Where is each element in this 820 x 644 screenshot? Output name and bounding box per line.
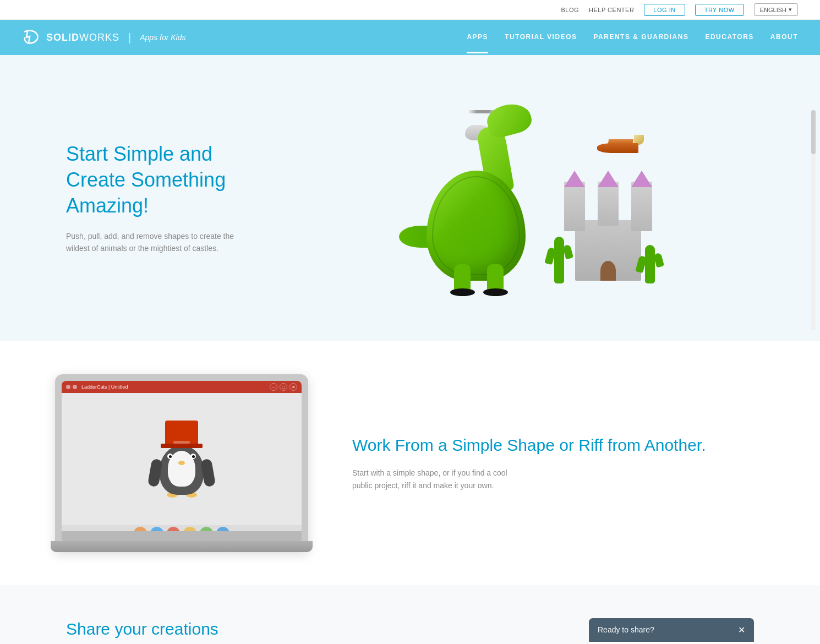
penguin-illustration bbox=[151, 421, 212, 498]
laptop-titlebar: LadderCats | Untitled – □ ✕ bbox=[62, 381, 302, 393]
dino-foot-front bbox=[450, 288, 475, 296]
laptop-device: LadderCats | Untitled – □ ✕ bbox=[55, 374, 308, 552]
section2: LadderCats | Untitled – □ ✕ bbox=[0, 341, 820, 585]
penguin-wing-left bbox=[147, 459, 163, 488]
nav-link-tutorial[interactable]: TUTORIAL VIDEOS bbox=[505, 22, 577, 53]
dinosaur-illustration bbox=[416, 127, 548, 281]
trynow-button[interactable]: TRY NOW bbox=[695, 4, 744, 16]
cactus-1 bbox=[645, 245, 655, 283]
section3-title: Share your creations bbox=[66, 618, 242, 640]
logo: SOLIDWORKS | Apps for Kids bbox=[22, 28, 186, 47]
section3: Share your creations Ready to share? ✕ T… bbox=[0, 585, 820, 645]
laptop-illustration: LadderCats | Untitled – □ ✕ bbox=[55, 374, 319, 552]
logo-text: SOLIDWORKS bbox=[46, 32, 119, 43]
titlebar-maximize[interactable]: □ bbox=[280, 383, 287, 391]
toolbar-icon-1[interactable] bbox=[134, 527, 147, 531]
penguin-body bbox=[160, 445, 204, 495]
section3-text: Share your creations bbox=[66, 618, 242, 640]
laptop-screen: LadderCats | Untitled – □ ✕ bbox=[62, 381, 302, 531]
toolbar-icon-5[interactable] bbox=[200, 527, 213, 531]
castle-tower-center bbox=[598, 182, 619, 226]
nav-links: APPS TUTORIAL VIDEOS PARENTS & GUARDIANS… bbox=[467, 22, 798, 53]
titlebar-actions: – □ ✕ bbox=[270, 383, 297, 391]
share-popup-header: Ready to share? ✕ bbox=[589, 618, 754, 642]
language-label: ENGLISH bbox=[760, 7, 786, 13]
section2-title: Work From a Simple Shape or Riff from An… bbox=[352, 434, 765, 456]
plane-illustration bbox=[597, 138, 647, 160]
scrollbar[interactable] bbox=[811, 110, 816, 330]
hero-title: Start Simple and Create Something Amazin… bbox=[66, 141, 275, 219]
tower-top-right bbox=[631, 171, 652, 187]
laptop-base bbox=[62, 531, 302, 541]
toolbar-icon-2[interactable] bbox=[150, 527, 163, 531]
titlebar-dot-1 bbox=[66, 385, 70, 389]
share-popup-body: This is what it will look like: bbox=[589, 642, 754, 645]
dino-leg-back bbox=[487, 264, 504, 292]
ds-logo-icon bbox=[22, 28, 42, 47]
cactus-2 bbox=[554, 237, 564, 283]
penguin-beak bbox=[178, 461, 185, 465]
logo-divider: | bbox=[128, 31, 131, 44]
toolbar-icon-4[interactable] bbox=[183, 527, 196, 531]
section2-text: Work From a Simple Shape or Riff from An… bbox=[352, 434, 765, 492]
help-link[interactable]: HELP CENTER bbox=[589, 7, 634, 13]
dino-foot-back bbox=[483, 288, 508, 296]
nav-link-about[interactable]: ABOUT bbox=[770, 22, 798, 53]
castle-tower-left bbox=[564, 182, 585, 231]
titlebar-dot-2 bbox=[73, 385, 77, 389]
hero-image bbox=[275, 88, 754, 308]
toolbar-icon-6[interactable] bbox=[216, 527, 229, 531]
penguin-eye-right bbox=[190, 454, 196, 459]
share-popup-title: Ready to share? bbox=[598, 625, 654, 634]
3d-scene bbox=[371, 105, 658, 292]
scroll-thumb[interactable] bbox=[811, 110, 816, 154]
nav-link-parents[interactable]: PARENTS & GUARDIANS bbox=[593, 22, 688, 53]
logo-works: WORKS bbox=[79, 32, 119, 43]
laptop-canvas bbox=[62, 393, 302, 525]
nav-link-educators[interactable]: EDUCATORS bbox=[705, 22, 753, 53]
top-bar: BLOG HELP CENTER LOG IN TRY NOW ENGLISH … bbox=[0, 0, 820, 20]
titlebar-minimize[interactable]: – bbox=[270, 383, 277, 391]
titlebar-app-name: LadderCats | Untitled bbox=[81, 384, 128, 390]
dino-leg-front bbox=[454, 264, 471, 292]
share-popup: Ready to share? ✕ This is what it will l… bbox=[589, 618, 754, 645]
main-nav: SOLIDWORKS | Apps for Kids APPS TUTORIAL… bbox=[0, 20, 820, 55]
toolbar-icon-3[interactable] bbox=[167, 527, 180, 531]
castle-tower-right bbox=[631, 182, 652, 231]
tower-top-center bbox=[598, 171, 619, 187]
section2-description: Start with a simple shape, or if you fin… bbox=[352, 467, 528, 492]
laptop-bottom bbox=[51, 541, 313, 552]
logo-subtitle: Apps for Kids bbox=[140, 33, 185, 42]
penguin-hat bbox=[165, 421, 198, 448]
tower-top-left bbox=[564, 171, 585, 187]
share-close-button[interactable]: ✕ bbox=[738, 625, 745, 635]
lang-arrow-icon: ▾ bbox=[789, 6, 792, 13]
hero-text: Start Simple and Create Something Amazin… bbox=[66, 141, 275, 254]
login-button[interactable]: LOG IN bbox=[644, 4, 685, 16]
titlebar-close[interactable]: ✕ bbox=[289, 383, 297, 391]
hero-description: Push, pull, add, and remove shapes to cr… bbox=[66, 230, 242, 255]
dino-head bbox=[484, 100, 534, 140]
penguin-eye-left bbox=[167, 454, 173, 459]
section3-image: Ready to share? ✕ This is what it will l… bbox=[275, 618, 754, 645]
penguin-wing-right bbox=[200, 459, 216, 488]
blog-link[interactable]: BLOG bbox=[561, 7, 579, 13]
logo-solid: SOLID bbox=[46, 32, 79, 43]
castle-door bbox=[600, 261, 616, 281]
hero-section: Start Simple and Create Something Amazin… bbox=[0, 55, 820, 341]
laptop-toolbar bbox=[62, 525, 302, 531]
plane-body bbox=[597, 143, 638, 153]
nav-link-apps[interactable]: APPS bbox=[467, 22, 488, 53]
language-selector[interactable]: ENGLISH ▾ bbox=[754, 3, 798, 16]
